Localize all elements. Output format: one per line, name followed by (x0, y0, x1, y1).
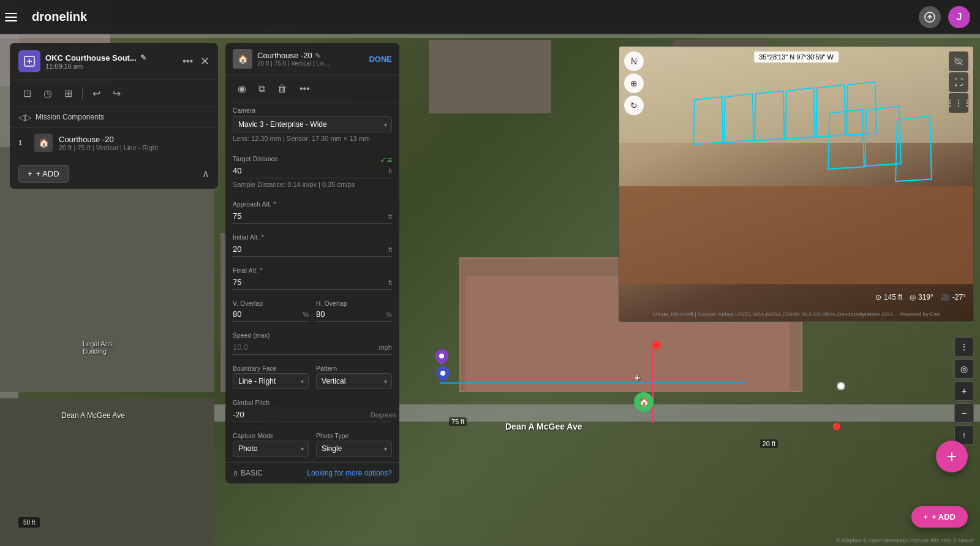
hamburger-line-3 (5, 20, 17, 21)
capture-two-col: Capture Mode Photo Photo Type Single (233, 433, 392, 457)
final-alt-label: Final Alt. * (233, 267, 392, 274)
target-dist-unit: ft (377, 167, 392, 175)
detail-copy-btn[interactable]: ⧉ (254, 81, 270, 97)
speed-input-row: mph (233, 341, 392, 355)
dist-20ft: 20 ft (760, 439, 778, 448)
capture-col: Capture Mode Photo (233, 433, 309, 457)
boundary-select[interactable]: Line - Right (233, 373, 309, 389)
photo-type-col: Photo Type Single (316, 433, 392, 457)
building-label-legal: Legal ArtsBuilding (83, 340, 113, 355)
done-btn[interactable]: DONE (369, 55, 392, 64)
more-vert-btn[interactable]: ⋮ (954, 337, 974, 357)
speed-input[interactable] (233, 341, 375, 353)
initial-alt-input[interactable] (233, 243, 375, 255)
gimbal-icon: 🎥 (941, 293, 950, 301)
h-overlap-input[interactable] (316, 308, 375, 320)
view3d-attribution: Maxar, Microsoft | Source: Airbus,USGS,N… (619, 311, 973, 317)
final-alt-input-row: ft (233, 276, 392, 290)
boundary-two-col: Boundary Face Line - Right Pattern Verti… (233, 365, 392, 389)
toolbar-image-btn[interactable]: ⊞ (59, 85, 77, 102)
mission-title-group: OKC Courthouse Sout... ✎ 11:09:16 am (45, 53, 175, 70)
item-number: 1 (18, 139, 28, 146)
more-options-link[interactable]: Looking for more options? (307, 469, 392, 477)
detail-type-icon: 🏠 (233, 49, 252, 69)
target-dist-check[interactable]: ✓≡ (380, 155, 392, 165)
v-overlap-input[interactable] (233, 308, 292, 320)
pattern-label: Pattern (316, 365, 392, 372)
camera-select[interactable]: Mavic 3 - Enterprise - Wide (233, 116, 392, 132)
boundary-col: Boundary Face Line - Right (233, 365, 309, 389)
gimbal-pitch-input[interactable] (233, 409, 368, 420)
basic-label: BASIC (241, 469, 263, 477)
zoom-in-btn[interactable]: + (954, 381, 974, 401)
detail-edit-icon[interactable]: ✎ (315, 51, 321, 60)
float-add-button[interactable]: + (936, 441, 968, 472)
detail-more-btn[interactable]: ••• (295, 81, 315, 97)
mission-item-1[interactable]: 1 🏠 Courthouse -20 20 ft | 75 ft | Verti… (10, 127, 218, 159)
waypoint-2[interactable] (436, 366, 450, 380)
view3d-coords: 35°28'13" N 97°30'59" W (754, 51, 839, 63)
view3d-hide-btn[interactable] (949, 51, 968, 71)
locate-btn[interactable]: ◎ (954, 359, 974, 379)
upload-button[interactable] (919, 6, 941, 28)
altitude-value: 145 ft (884, 293, 902, 301)
flight-rect-4 (785, 87, 815, 139)
mission-edit-icon[interactable]: ✎ (140, 53, 146, 62)
h-overlap-unit: % (377, 311, 392, 318)
view3d-rotate-btn[interactable]: ↻ (624, 96, 644, 115)
waypoint-start[interactable] (435, 349, 448, 363)
3d-building-roof (619, 186, 973, 284)
item-type-icon: 🏠 (34, 134, 53, 152)
overlap-fields: V. Overlap % H. Overlap % (233, 295, 392, 327)
waypoint-white[interactable] (837, 382, 845, 390)
toolbar-component-btn[interactable]: ⊡ (18, 85, 36, 102)
zoom-out-btn[interactable]: − (954, 403, 974, 423)
mission-map-icon[interactable]: 🏠 (634, 392, 654, 412)
hamburger-menu[interactable] (0, 8, 22, 26)
capture-select[interactable]: Photo (233, 441, 309, 457)
mission-name: OKC Courthouse Sout... ✎ (45, 53, 175, 63)
toolbar-redo-btn[interactable]: ↪ (108, 85, 126, 102)
toolbar-sep (82, 88, 83, 100)
collapse-icon: ∧ (233, 469, 238, 477)
view3d-more-btn[interactable]: ⋮⋮⋮ (949, 93, 968, 113)
detail-eye-btn[interactable]: ◉ (233, 80, 251, 97)
mission-more-btn[interactable]: ••• (180, 55, 195, 68)
approach-alt-input[interactable] (233, 210, 375, 222)
user-avatar[interactable]: J (948, 6, 970, 28)
collapse-btn[interactable]: ∧ (202, 168, 209, 180)
final-alt-input[interactable] (233, 276, 375, 288)
view3d-controls-left: N ⊕ ↻ (624, 51, 644, 115)
approach-alt-field: Approach Alt. * ft (233, 196, 392, 229)
basic-toggle[interactable]: ∧ BASIC (233, 469, 263, 477)
photo-type-select[interactable]: Single (316, 441, 392, 457)
initial-alt-field: Initial Alt. * ft (233, 229, 392, 262)
view3d-move-btn[interactable]: ⊕ (624, 74, 644, 93)
view3d-compass-btn[interactable]: N (624, 51, 644, 71)
waypoint-red-1[interactable] (652, 341, 661, 349)
mission-header: OKC Courthouse Sout... ✎ 11:09:16 am •••… (10, 43, 218, 80)
target-dist-input[interactable] (233, 165, 375, 176)
final-alt-field: Final Alt. * ft (233, 262, 392, 295)
mission-type-icon (18, 50, 40, 72)
view3d-background: 35°28'13" N 97°30'59" W N ⊕ ↻ ⛶ ⋮⋮⋮ ⊙ 14… (619, 47, 973, 321)
add-component-btn[interactable]: + + ADD (18, 165, 69, 183)
view3d-expand-btn[interactable]: ⛶ (949, 72, 968, 92)
detail-name: Courthouse -20 ✎ (257, 51, 364, 60)
heading-value: 319° (918, 293, 933, 301)
target-dist-input-row: ft (233, 165, 392, 178)
detail-panel: 🏠 Courthouse -20 ✎ 20 ft | 75 ft | Verti… (225, 43, 399, 483)
h-overlap-col: H. Overlap % (316, 300, 392, 322)
bottom-add-button[interactable]: + + ADD (911, 506, 968, 528)
camera-label: Camera (233, 107, 392, 114)
waypoint-red-2[interactable] (833, 423, 840, 430)
mission-close-btn[interactable]: ✕ (200, 55, 209, 68)
route-line-horizontal (440, 382, 746, 384)
component-icon (23, 55, 36, 67)
toolbar-history-btn[interactable]: ◷ (39, 85, 57, 102)
speed-unit: mph (377, 344, 392, 351)
v-overlap-unit: % (294, 311, 309, 318)
detail-delete-btn[interactable]: 🗑 (273, 81, 292, 97)
pattern-select[interactable]: Vertical (316, 373, 392, 389)
toolbar-undo-btn[interactable]: ↩ (88, 85, 105, 102)
